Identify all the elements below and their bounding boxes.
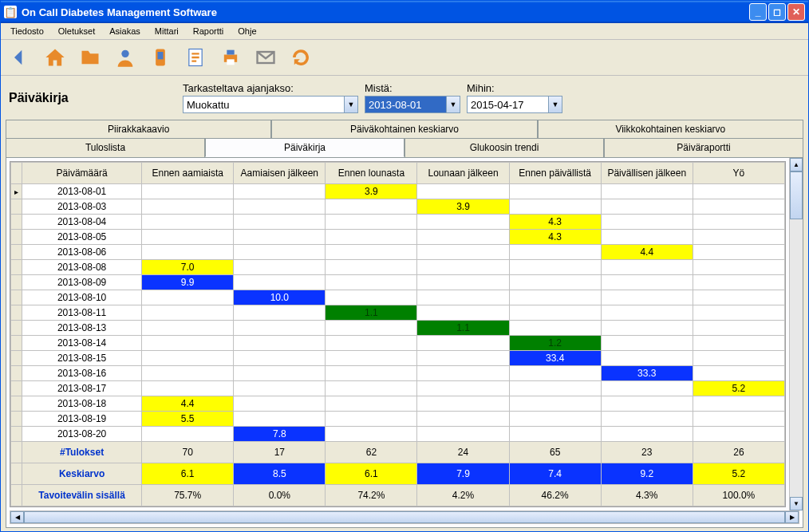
from-date-select[interactable]: 2013-08-01 ▼ [365, 96, 460, 113]
date-cell[interactable]: 2013-08-06 [22, 245, 142, 260]
date-cell[interactable]: 2013-08-17 [22, 381, 142, 396]
date-cell[interactable]: 2013-08-09 [22, 275, 142, 290]
empty-cell[interactable] [142, 215, 234, 230]
date-cell[interactable]: 2013-08-19 [22, 412, 142, 427]
tab-päiväkirja[interactable]: Päiväkirja [205, 138, 404, 157]
empty-cell[interactable] [417, 336, 509, 351]
column-header[interactable]: Lounaan jälkeen [417, 163, 509, 184]
empty-cell[interactable] [601, 260, 693, 275]
row-selector[interactable] [11, 366, 22, 381]
column-header[interactable]: Ennen päivällistä [509, 163, 601, 184]
empty-cell[interactable] [601, 412, 693, 427]
empty-cell[interactable] [693, 245, 784, 260]
row-selector[interactable] [11, 184, 22, 199]
empty-cell[interactable] [417, 427, 509, 442]
empty-cell[interactable] [142, 321, 234, 336]
empty-cell[interactable] [417, 290, 509, 305]
empty-cell[interactable] [326, 336, 417, 351]
empty-cell[interactable] [142, 351, 234, 366]
date-cell[interactable]: 2013-08-10 [22, 290, 142, 305]
empty-cell[interactable] [326, 396, 417, 412]
empty-cell[interactable] [509, 199, 601, 215]
value-cell[interactable]: 10.0 [234, 290, 326, 305]
back-icon[interactable] [6, 43, 34, 72]
empty-cell[interactable] [601, 321, 693, 336]
empty-cell[interactable] [693, 396, 784, 412]
empty-cell[interactable] [142, 245, 234, 260]
date-cell[interactable]: 2013-08-04 [22, 215, 142, 230]
row-selector[interactable] [11, 215, 22, 230]
menu-asiakas[interactable]: Asiakas [103, 25, 147, 37]
empty-cell[interactable] [234, 215, 326, 230]
empty-cell[interactable] [417, 275, 509, 290]
empty-cell[interactable] [142, 305, 234, 321]
empty-cell[interactable] [234, 366, 326, 381]
empty-cell[interactable] [234, 396, 326, 412]
empty-cell[interactable] [509, 184, 601, 199]
scroll-thumb[interactable] [24, 511, 785, 523]
row-selector[interactable] [11, 275, 22, 290]
empty-cell[interactable] [693, 305, 784, 321]
vertical-scrollbar[interactable]: ▲ ▼ [789, 158, 803, 510]
empty-cell[interactable] [326, 321, 417, 336]
column-header[interactable]: Ennen lounasta [326, 163, 417, 184]
column-header[interactable]: Päivämäärä [22, 163, 142, 184]
empty-cell[interactable] [326, 275, 417, 290]
menu-oletukset[interactable]: Oletukset [52, 25, 101, 37]
value-cell[interactable]: 33.3 [601, 366, 693, 381]
row-selector[interactable] [11, 260, 22, 275]
date-cell[interactable]: 2013-08-11 [22, 305, 142, 321]
value-cell[interactable]: 1.1 [326, 305, 417, 321]
empty-cell[interactable] [326, 260, 417, 275]
value-cell[interactable]: 5.2 [693, 381, 784, 396]
empty-cell[interactable] [142, 366, 234, 381]
empty-cell[interactable] [693, 290, 784, 305]
empty-cell[interactable] [234, 321, 326, 336]
tab-viikkokohtainen-keskiarvo[interactable]: Viikkokohtainen keskiarvo [538, 120, 803, 138]
empty-cell[interactable] [417, 351, 509, 366]
empty-cell[interactable] [693, 260, 784, 275]
value-cell[interactable]: 4.4 [142, 396, 234, 412]
menu-tiedosto[interactable]: Tiedosto [4, 25, 50, 37]
empty-cell[interactable] [601, 305, 693, 321]
empty-cell[interactable] [417, 184, 509, 199]
empty-cell[interactable] [693, 366, 784, 381]
user-icon[interactable] [111, 43, 140, 72]
diary-grid[interactable]: PäivämääräEnnen aamiaistaAamiaisen jälke… [10, 161, 786, 507]
device-icon[interactable] [146, 43, 175, 72]
empty-cell[interactable] [693, 275, 784, 290]
empty-cell[interactable] [326, 199, 417, 215]
date-cell[interactable]: 2013-08-16 [22, 366, 142, 381]
scroll-right-button[interactable]: ▶ [785, 511, 799, 523]
date-cell[interactable]: 2013-08-01 [22, 184, 142, 199]
row-selector[interactable] [11, 321, 22, 336]
tab-päiväkohtainen-keskiarvo[interactable]: Päiväkohtainen keskiarvo [271, 120, 537, 138]
column-header[interactable]: Aamiaisen jälkeen [234, 163, 326, 184]
empty-cell[interactable] [509, 275, 601, 290]
date-cell[interactable]: 2013-08-15 [22, 351, 142, 366]
empty-cell[interactable] [417, 381, 509, 396]
value-cell[interactable]: 3.9 [326, 184, 417, 199]
row-selector[interactable] [11, 230, 22, 245]
minimize-button[interactable]: _ [749, 3, 767, 21]
empty-cell[interactable] [234, 230, 326, 245]
report-icon[interactable] [181, 43, 210, 72]
empty-cell[interactable] [509, 245, 601, 260]
empty-cell[interactable] [509, 412, 601, 427]
value-cell[interactable]: 5.5 [142, 412, 234, 427]
menu-mittari[interactable]: Mittari [148, 25, 185, 37]
date-cell[interactable]: 2013-08-05 [22, 230, 142, 245]
empty-cell[interactable] [142, 199, 234, 215]
tab-glukoosin-trendi[interactable]: Glukoosin trendi [404, 138, 604, 157]
empty-cell[interactable] [234, 351, 326, 366]
empty-cell[interactable] [326, 412, 417, 427]
empty-cell[interactable] [326, 366, 417, 381]
tab-piirakkakaavio[interactable]: Piirakkakaavio [6, 120, 271, 138]
maximize-button[interactable]: ◻ [768, 3, 786, 21]
empty-cell[interactable] [417, 245, 509, 260]
date-cell[interactable]: 2013-08-08 [22, 260, 142, 275]
empty-cell[interactable] [234, 336, 326, 351]
date-cell[interactable]: 2013-08-14 [22, 336, 142, 351]
empty-cell[interactable] [234, 199, 326, 215]
date-cell[interactable]: 2013-08-03 [22, 199, 142, 215]
